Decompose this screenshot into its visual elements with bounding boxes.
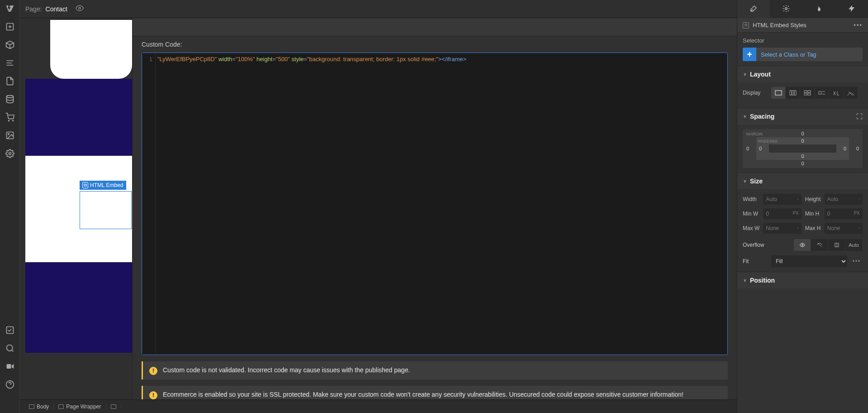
- main-area: Page: Contact ⧉ HTML Embed Custom Code:: [20, 0, 737, 413]
- padding-box[interactable]: PADDING 0 0 0 0: [756, 137, 849, 160]
- assets-icon[interactable]: [5, 130, 15, 140]
- embed-icon: ⧉: [82, 182, 88, 188]
- breadcrumb-page-wrapper[interactable]: Page Wrapper: [54, 403, 106, 410]
- position-accordion[interactable]: ▼ Position: [737, 272, 868, 288]
- page-name[interactable]: Contact: [46, 5, 67, 13]
- help-icon[interactable]: [5, 379, 15, 389]
- custom-code-title: Custom Code:: [142, 41, 728, 48]
- fit-more-icon[interactable]: •••: [851, 258, 863, 264]
- tab-interactions[interactable]: [803, 0, 835, 18]
- html-embed-badge[interactable]: ⧉ HTML Embed: [80, 181, 126, 190]
- spacing-accordion[interactable]: ▼ Spacing ⛶: [737, 108, 868, 125]
- margin-left[interactable]: 0: [746, 146, 749, 151]
- breadcrumb-next[interactable]: [106, 404, 121, 409]
- cms-icon[interactable]: [5, 94, 15, 104]
- overflow-hidden[interactable]: [811, 239, 828, 251]
- height-label: Height: [805, 196, 821, 202]
- display-grid[interactable]: [800, 87, 815, 99]
- display-inline-block[interactable]: [815, 87, 829, 99]
- search-icon[interactable]: [5, 343, 15, 353]
- box-icon[interactable]: [5, 40, 15, 50]
- display-block[interactable]: [771, 87, 786, 99]
- layout-accordion[interactable]: ▼ Layout: [737, 66, 868, 82]
- size-accordion[interactable]: ▼ Size: [737, 173, 868, 189]
- svg-point-22: [802, 245, 803, 246]
- add-element-icon[interactable]: [5, 22, 15, 32]
- padding-left[interactable]: 0: [759, 146, 762, 151]
- ecommerce-icon[interactable]: [5, 112, 15, 122]
- settings-icon[interactable]: [5, 149, 15, 158]
- maxw-input[interactable]: [763, 223, 801, 234]
- height-input[interactable]: [825, 194, 863, 205]
- layout-body: Display: [737, 82, 868, 108]
- page-label: Page:: [25, 5, 42, 13]
- html-embed-element[interactable]: [80, 191, 132, 229]
- panel-header-label: HTML Embed Styles: [753, 22, 806, 29]
- overflow-auto[interactable]: Auto: [845, 239, 863, 251]
- selector-placeholder[interactable]: Select a Class or Tag: [756, 51, 821, 58]
- display-inline[interactable]: [829, 87, 844, 99]
- tab-style[interactable]: [737, 0, 770, 18]
- selector-section: Selector + Select a Class or Tag: [737, 32, 868, 66]
- overflow-visible[interactable]: [794, 239, 811, 251]
- caret-down-icon: ▼: [743, 278, 747, 283]
- svg-rect-20: [808, 93, 811, 95]
- panel-menu-icon[interactable]: •••: [854, 22, 863, 29]
- fit-select[interactable]: Fill: [771, 255, 847, 267]
- margin-top[interactable]: 0: [801, 131, 804, 136]
- svg-rect-17: [804, 91, 807, 92]
- svg-point-2: [8, 120, 9, 121]
- breadcrumb-bar: Body Page Wrapper: [20, 399, 737, 413]
- tab-settings[interactable]: [770, 0, 802, 18]
- canvas-section: ⧉ HTML Embed: [25, 156, 132, 262]
- width-input[interactable]: [763, 194, 801, 205]
- padding-bottom[interactable]: 0: [801, 154, 804, 159]
- left-rail: [0, 0, 20, 413]
- svg-rect-19: [804, 93, 807, 95]
- warning-validation: ! Custom code is not validated. Incorrec…: [142, 361, 728, 379]
- custom-code-modal: Custom Code: 1 "LyWerEfBPyePCp8D" width=…: [132, 18, 737, 413]
- style-panel: ⧉ HTML Embed Styles ••• Selector + Selec…: [737, 0, 868, 413]
- add-class-button[interactable]: +: [743, 48, 756, 61]
- container-icon: [111, 404, 116, 409]
- fit-label: Fit: [743, 258, 768, 264]
- display-none[interactable]: [844, 87, 858, 99]
- maxh-label: Max H: [805, 225, 821, 231]
- caret-down-icon: ▼: [743, 114, 747, 119]
- padding-top[interactable]: 0: [801, 138, 804, 144]
- container-icon: [58, 404, 64, 409]
- svg-rect-15: [792, 91, 794, 95]
- selector-input[interactable]: + Select a Class or Tag: [743, 48, 863, 61]
- warning-text: Ecommerce is enabled so your site is SSL…: [163, 390, 683, 399]
- maxh-input[interactable]: [825, 223, 863, 234]
- panel-header: ⧉ HTML Embed Styles •••: [737, 18, 868, 32]
- audit-icon[interactable]: [5, 325, 15, 335]
- spacing-expand-icon[interactable]: ⛶: [856, 113, 863, 120]
- pages-icon[interactable]: [5, 76, 15, 86]
- code-content[interactable]: "LyWerEfBPyePCp8D" width="100%" height="…: [156, 53, 727, 355]
- breadcrumb-body[interactable]: Body: [24, 403, 54, 410]
- code-editor[interactable]: 1 "LyWerEfBPyePCp8D" width="100%" height…: [142, 53, 728, 355]
- margin-right[interactable]: 0: [856, 146, 859, 151]
- svg-point-5: [8, 134, 9, 135]
- overflow-scroll[interactable]: [828, 239, 845, 251]
- margin-bottom[interactable]: 0: [801, 161, 804, 166]
- spacing-body: MARGIN 0 0 0 0 PADDING 0 0 0 0: [737, 125, 868, 173]
- spacing-visualizer[interactable]: MARGIN 0 0 0 0 PADDING 0 0 0 0: [743, 129, 863, 168]
- padding-right[interactable]: 0: [844, 146, 846, 151]
- code-gutter: 1: [142, 53, 156, 355]
- caret-down-icon: ▼: [743, 179, 747, 184]
- maxw-label: Max W: [743, 225, 759, 231]
- video-icon[interactable]: [5, 361, 15, 371]
- overflow-options: Auto: [794, 239, 863, 251]
- preview-icon[interactable]: [76, 4, 84, 14]
- navigator-icon[interactable]: [5, 58, 15, 68]
- tab-effects[interactable]: [835, 0, 868, 18]
- caret-down-icon: ▼: [743, 72, 747, 77]
- width-label: Width: [743, 196, 759, 202]
- workspace: ⧉ HTML Embed Custom Code: 1 "LyWerEfBPye…: [20, 18, 737, 413]
- selector-label: Selector: [743, 37, 863, 44]
- webflow-logo-icon[interactable]: [5, 4, 15, 14]
- display-flex[interactable]: [786, 87, 800, 99]
- canvas-preview[interactable]: ⧉ HTML Embed: [20, 18, 132, 413]
